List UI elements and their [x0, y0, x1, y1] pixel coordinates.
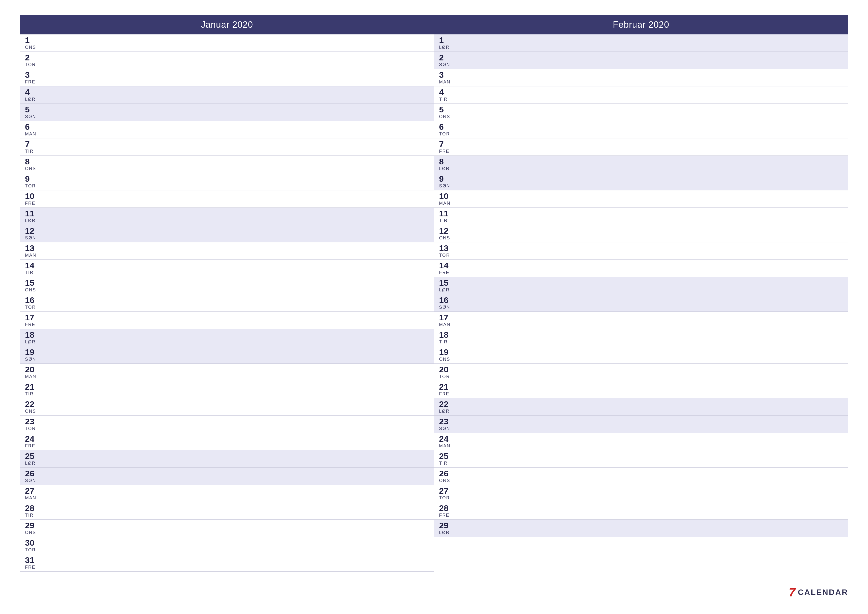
day-name: FRE [25, 79, 40, 85]
day-info: 19SØN [25, 348, 40, 362]
day-row: 21TIR [20, 381, 434, 398]
day-name: SØN [25, 114, 40, 119]
day-row: 20MAN [20, 364, 434, 381]
day-info: 6MAN [25, 123, 40, 137]
day-info: 4LØR [25, 88, 40, 102]
day-number: 18 [25, 331, 40, 339]
day-row: 4LØR [20, 86, 434, 104]
day-info: 29LØR [439, 521, 454, 535]
day-info: 11LØR [25, 209, 40, 223]
brand-text: CALENDAR [798, 588, 848, 597]
day-row: 30TOR [20, 537, 434, 554]
day-number: 15 [439, 278, 454, 287]
day-number: 7 [439, 140, 454, 148]
day-number: 13 [25, 244, 40, 252]
day-number: 25 [25, 452, 40, 460]
day-row: 3FRE [20, 69, 434, 86]
day-info: 5SØN [25, 105, 40, 119]
day-number: 3 [439, 71, 454, 79]
day-row: 16SØN [434, 294, 848, 312]
day-name: ONS [439, 478, 454, 483]
day-name: LØR [439, 166, 454, 171]
day-info: 25TIR [439, 452, 454, 466]
day-info: 20MAN [25, 365, 40, 379]
day-number: 10 [439, 192, 454, 200]
day-name: TOR [439, 374, 454, 379]
day-info: 27TOR [439, 487, 454, 501]
day-info: 21FRE [439, 382, 454, 396]
day-row: 24MAN [434, 433, 848, 450]
day-name: SØN [439, 305, 454, 310]
day-number: 28 [439, 504, 454, 512]
day-row: 8ONS [20, 156, 434, 173]
day-number: 5 [439, 105, 454, 113]
calendars-wrapper: Januar 20201ONS2TOR3FRE4LØR5SØN6MAN7TIR8… [20, 15, 848, 572]
day-number: 20 [439, 365, 454, 374]
day-number: 22 [25, 400, 40, 408]
day-info: 23SØN [439, 417, 454, 431]
day-name: TOR [25, 547, 40, 553]
day-name: FRE [25, 322, 40, 327]
day-row: 23SØN [434, 416, 848, 433]
day-info: 16SØN [439, 296, 454, 310]
day-name: TIR [439, 461, 454, 466]
day-number: 29 [439, 521, 454, 530]
day-row: 9SØN [434, 173, 848, 190]
day-number: 30 [25, 538, 40, 547]
day-name: TIR [25, 149, 40, 154]
calendar-februar: Februar 20201LØR2SØN3MAN4TIR5ONS6TOR7FRE… [434, 15, 848, 572]
day-number: 2 [25, 53, 40, 62]
day-info: 27MAN [25, 487, 40, 501]
day-number: 21 [25, 382, 40, 391]
day-info: 20TOR [439, 365, 454, 379]
day-name: TOR [439, 496, 454, 501]
day-name: MAN [439, 79, 454, 85]
day-number: 15 [25, 278, 40, 287]
day-info: 9TOR [25, 174, 40, 189]
day-info: 24FRE [25, 435, 40, 449]
day-info: 6TOR [439, 123, 454, 137]
day-row: 18TIR [434, 329, 848, 347]
day-row: 21FRE [434, 381, 848, 398]
day-row: 14FRE [434, 260, 848, 277]
day-row: 5SØN [20, 104, 434, 121]
day-row: 11LØR [20, 208, 434, 225]
day-row: 1LØR [434, 34, 848, 52]
day-number: 12 [439, 227, 454, 235]
day-number: 9 [25, 174, 40, 183]
day-name: FRE [25, 565, 40, 570]
day-info: 7FRE [439, 140, 454, 154]
day-row: 6TOR [434, 121, 848, 138]
day-row: 15ONS [20, 277, 434, 294]
day-number: 29 [25, 521, 40, 530]
day-info: 1LØR [439, 36, 454, 50]
day-number: 21 [439, 382, 454, 391]
day-info: 8ONS [25, 157, 40, 171]
day-number: 25 [439, 452, 454, 460]
day-number: 11 [439, 209, 454, 218]
day-info: 1ONS [25, 36, 40, 50]
day-number: 20 [25, 365, 40, 374]
day-row: 29LØR [434, 520, 848, 537]
day-row: 13TOR [434, 242, 848, 260]
day-row: 28TIR [20, 502, 434, 520]
day-row: 1ONS [20, 34, 434, 52]
day-row: 26SØN [20, 468, 434, 485]
day-info: 10FRE [25, 192, 40, 206]
day-row: 28FRE [434, 502, 848, 520]
day-info: 7TIR [25, 140, 40, 154]
day-info: 29ONS [25, 521, 40, 535]
day-row: 13MAN [20, 242, 434, 260]
day-info: 19ONS [439, 348, 454, 362]
day-name: ONS [25, 409, 40, 414]
day-number: 12 [25, 227, 40, 235]
day-name: ONS [25, 530, 40, 535]
day-number: 27 [439, 487, 454, 495]
day-row: 24FRE [20, 433, 434, 450]
day-number: 19 [25, 348, 40, 356]
day-row: 17MAN [434, 312, 848, 329]
day-row: 19ONS [434, 347, 848, 364]
day-info: 12SØN [25, 227, 40, 241]
day-name: FRE [439, 513, 454, 518]
day-row: 19SØN [20, 347, 434, 364]
